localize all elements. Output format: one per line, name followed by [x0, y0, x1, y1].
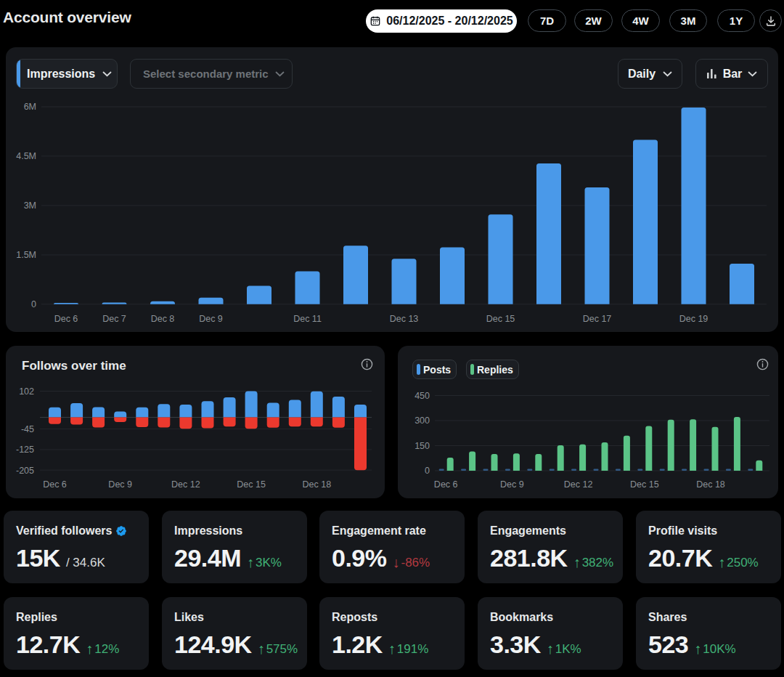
svg-text:-205: -205: [16, 466, 34, 476]
svg-text:Dec 13: Dec 13: [390, 314, 419, 324]
svg-text:1.5M: 1.5M: [16, 250, 36, 260]
svg-text:Dec 18: Dec 18: [696, 479, 725, 490]
svg-text:Dec 6: Dec 6: [434, 479, 458, 490]
svg-text:4.5M: 4.5M: [16, 151, 36, 161]
svg-text:Dec 15: Dec 15: [630, 479, 659, 490]
svg-text:Dec 19: Dec 19: [679, 314, 709, 324]
svg-text:Dec 8: Dec 8: [151, 314, 175, 324]
svg-text:Dec 18: Dec 18: [302, 479, 331, 490]
svg-text:Dec 17: Dec 17: [583, 314, 612, 324]
svg-text:Dec 7: Dec 7: [102, 314, 126, 324]
svg-text:-125: -125: [16, 445, 34, 455]
svg-text:6M: 6M: [24, 102, 36, 112]
svg-text:Dec 6: Dec 6: [43, 479, 67, 490]
svg-text:Dec 9: Dec 9: [199, 314, 223, 324]
svg-text:3M: 3M: [24, 200, 36, 211]
svg-text:150: 150: [415, 441, 430, 451]
svg-text:Dec 12: Dec 12: [564, 479, 593, 490]
svg-text:Dec 15: Dec 15: [237, 479, 266, 490]
svg-text:450: 450: [415, 391, 430, 401]
svg-text:Dec 12: Dec 12: [171, 479, 200, 490]
svg-text:300: 300: [415, 415, 430, 426]
svg-text:-45: -45: [21, 424, 34, 434]
svg-text:Dec 6: Dec 6: [54, 314, 78, 324]
svg-text:102: 102: [19, 386, 34, 397]
svg-text:Dec 9: Dec 9: [500, 479, 524, 490]
svg-text:Dec 15: Dec 15: [486, 314, 515, 324]
svg-text:0: 0: [425, 466, 430, 476]
svg-text:0: 0: [31, 299, 36, 309]
svg-text:Dec 11: Dec 11: [293, 314, 322, 324]
svg-text:Dec 9: Dec 9: [108, 479, 132, 490]
